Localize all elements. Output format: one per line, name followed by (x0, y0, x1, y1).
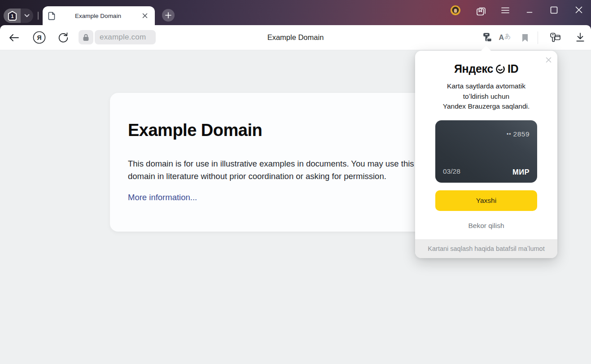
card-expiry: 03/28 (443, 167, 460, 175)
lock-icon (83, 34, 89, 41)
popup-close-icon (546, 57, 552, 63)
chevron-down-icon (24, 14, 30, 18)
avatar-icon (450, 5, 461, 16)
toolbar: Я example.com Example Domain A あ (0, 25, 591, 50)
popup-message-line: Yandex Brauzerga saqlandi. (415, 101, 557, 112)
popup-message-line: toʻldirish uchun (415, 92, 557, 102)
popup-message: Karta saytlarda avtomatik toʻldirish uch… (415, 81, 557, 112)
yandex-home-button[interactable]: Я (32, 25, 46, 50)
card-saved-popup: Яндекс ID Karta saytlarda avtomatik toʻl… (415, 51, 557, 258)
popup-footer-link[interactable]: Kartani saqlash haqida batafsil maʼlumot (415, 239, 557, 258)
new-tab-button[interactable] (162, 9, 175, 22)
bookmark-flag-icon (521, 33, 529, 42)
key-wallet-icon (549, 32, 561, 43)
page-heading: Example Domain (128, 121, 262, 140)
bank-card-preview: ••2859 03/28 МИР (435, 120, 537, 183)
page-paragraph: This domain is for use in illustrative e… (128, 158, 414, 182)
close-icon (575, 6, 583, 14)
yandex-id-wordmark: Яндекс (454, 62, 493, 75)
tab-example-domain[interactable]: Example Domain (43, 6, 155, 25)
tabbar-divider (38, 12, 39, 20)
popup-message-line: Karta saytlarda avtomatik (415, 81, 557, 92)
bookmark-page-button[interactable] (520, 25, 530, 50)
url-text: example.com (95, 33, 146, 42)
tab-counter-value: 1 (11, 13, 13, 18)
cancel-link[interactable]: Bekor qilish (415, 222, 557, 230)
page-doc-icon (48, 12, 56, 20)
download-icon (575, 32, 585, 43)
site-security-badge[interactable] (79, 30, 93, 44)
browser-menu-button[interactable] (501, 6, 510, 15)
svg-text:Я: Я (37, 34, 41, 41)
translate-kana-glyph: あ (504, 32, 511, 40)
yandex-logo-icon: Я (33, 31, 46, 44)
downloads-button[interactable] (574, 25, 587, 50)
key-card-icon (482, 32, 493, 43)
window-maximize-button[interactable] (550, 6, 558, 14)
paragraph-line: domain in literature without prior coord… (128, 170, 414, 183)
card-mask-dots: •• (507, 131, 511, 137)
back-button[interactable] (7, 25, 21, 50)
reload-icon (57, 32, 69, 44)
yandex-id-logo: Яндекс ID (415, 62, 557, 75)
bookmarks-stack-icon (475, 5, 487, 17)
tab-counter-dropdown[interactable] (21, 9, 33, 23)
mir-logo: МИР (512, 168, 530, 176)
tab-close-icon[interactable] (140, 11, 149, 20)
confirm-button[interactable]: Yaxshi (435, 190, 537, 211)
profile-avatar[interactable] (450, 5, 461, 16)
translate-latin-glyph: A (499, 34, 504, 42)
card-masked-number: ••2859 (507, 130, 530, 138)
maximize-icon (550, 6, 558, 14)
tab-counter-badge[interactable]: 1 (4, 9, 21, 23)
paragraph-line: This domain is for use in illustrative e… (128, 158, 414, 170)
more-information-link[interactable]: More information... (128, 193, 197, 202)
reload-button[interactable] (57, 25, 70, 50)
protect-passwords-button[interactable] (548, 25, 562, 50)
translate-button[interactable]: A あ (497, 25, 512, 50)
tab-title: Example Domain (56, 13, 140, 19)
window-close-button[interactable] (574, 5, 583, 14)
card-last-digits: 2859 (513, 130, 530, 138)
window-minimize-button[interactable] (525, 5, 534, 14)
hamburger-menu-icon (501, 7, 509, 14)
yandex-id-smile-icon (495, 64, 506, 75)
address-bar[interactable]: example.com (95, 30, 156, 44)
toolbar-divider (538, 31, 538, 44)
tab-counter[interactable]: 1 (4, 9, 33, 23)
minimize-icon (525, 6, 534, 14)
collections-panel-button[interactable] (475, 4, 487, 17)
back-arrow-icon (9, 33, 19, 42)
tab-counter-shield-icon: 1 (7, 10, 18, 22)
plus-icon (165, 12, 171, 18)
yandex-id-id-text: ID (508, 62, 518, 75)
